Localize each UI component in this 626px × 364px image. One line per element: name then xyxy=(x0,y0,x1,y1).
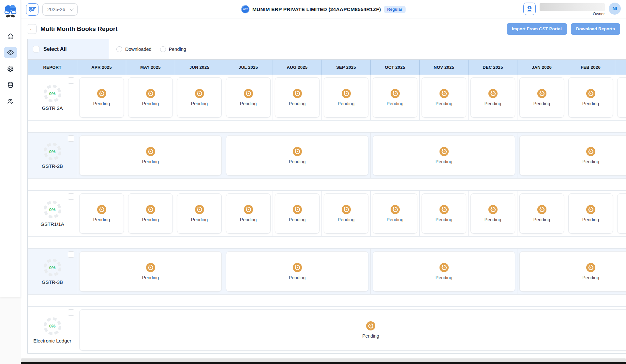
pending-clock-icon xyxy=(586,263,595,272)
status-card-gstr1-1a[interactable]: Pending xyxy=(519,193,564,234)
status-card-gstr-2a[interactable]: Pending xyxy=(128,77,173,118)
status-card-gstr1-1a[interactable]: Pending xyxy=(226,193,271,234)
pending-clock-icon xyxy=(146,147,155,156)
status-label: Pending xyxy=(338,217,354,222)
report-row-electronic-ledger: 0%Electronic Ledger Pending xyxy=(28,307,626,353)
row-checkbox-electronic-ledger[interactable] xyxy=(68,309,74,316)
status-radio-pending[interactable]: Pending xyxy=(160,46,186,52)
status-card-gstr-2a[interactable]: Pending xyxy=(226,77,271,118)
report-cell-electronic-ledger: 0%Electronic Ledger xyxy=(28,307,77,353)
pending-clock-icon xyxy=(244,89,253,98)
month-header: SEP 2025 xyxy=(322,60,371,75)
period-cell: Pending xyxy=(517,249,626,294)
status-label: Pending xyxy=(142,217,159,222)
pending-clock-icon xyxy=(488,205,498,214)
status-card-gstr-2a[interactable]: Pending xyxy=(470,77,515,118)
sidebar-item-home[interactable] xyxy=(4,31,17,42)
status-card-gstr-3b[interactable]: Pending xyxy=(373,251,515,292)
status-card-gstr1-1a[interactable]: Pending xyxy=(79,193,124,234)
month-header: FEB 2026 xyxy=(566,60,615,75)
report-name: GSTR 2A xyxy=(42,105,63,111)
status-card-gstr1-1a[interactable]: Pending xyxy=(568,193,613,234)
status-card-gstr1-1a[interactable]: Pending xyxy=(373,193,417,234)
status-label: Pending xyxy=(240,101,257,106)
status-card-gstr1-1a[interactable]: Pending xyxy=(617,193,626,234)
period-cell: Pending xyxy=(566,191,615,236)
pending-clock-icon xyxy=(146,205,155,214)
status-card-gstr-2b[interactable]: Pending xyxy=(79,135,222,176)
report-row-gstr-3b: 0%GSTR-3B Pending Pending Pending Pendin… xyxy=(28,249,626,294)
status-card-gstr1-1a[interactable]: Pending xyxy=(470,193,515,234)
download-reports-button[interactable]: Download Reports xyxy=(571,23,620,35)
pending-clock-icon xyxy=(342,205,351,214)
status-card-gstr-2a[interactable]: Pending xyxy=(324,77,368,118)
row-spacer xyxy=(28,178,626,191)
status-card-gstr-2a[interactable]: Pending xyxy=(519,77,564,118)
fiscal-year-select[interactable]: 2025-26 xyxy=(42,3,78,16)
status-radio-downloaded[interactable]: Downloaded xyxy=(116,46,152,52)
status-card-electronic-ledger[interactable]: Pending xyxy=(79,309,626,351)
row-checkbox-gstr1-1a[interactable] xyxy=(68,193,74,200)
status-card-gstr1-1a[interactable]: Pending xyxy=(128,193,173,234)
back-button[interactable]: ← xyxy=(27,24,37,34)
status-card-gstr-3b[interactable]: Pending xyxy=(519,251,626,292)
row-checkbox-gstr-2a[interactable] xyxy=(68,77,74,84)
status-card-gstr-2b[interactable]: Pending xyxy=(519,135,626,176)
sidebar-item-view-reports[interactable] xyxy=(4,47,17,58)
status-card-gstr-2a[interactable]: Pending xyxy=(422,77,466,118)
status-card-gstr1-1a[interactable]: Pending xyxy=(177,193,222,234)
status-card-gstr-2b[interactable]: Pending xyxy=(226,135,368,176)
period-cell: Pending xyxy=(126,75,175,120)
status-label: Pending xyxy=(533,101,550,106)
chat-edit-icon xyxy=(29,6,36,13)
progress-ring: 0% xyxy=(43,258,62,277)
sidebar-item-settings[interactable] xyxy=(4,63,17,74)
progress-ring: 0% xyxy=(43,142,62,161)
select-all-cell: Select All xyxy=(28,39,109,59)
feedback-button[interactable] xyxy=(26,3,38,16)
progress-percent: 0% xyxy=(43,317,62,336)
row-checkbox-gstr-2b[interactable] xyxy=(68,135,74,142)
pending-clock-icon xyxy=(440,89,449,98)
topbar: 2025-26 GST MUNIM ERP PRIVATE LIMITED (2… xyxy=(21,0,626,19)
sidebar-item-data[interactable] xyxy=(4,80,17,91)
main-content: Select All DownloadedPending REPORTAPR 2… xyxy=(21,39,626,364)
report-name: GSTR1/1A xyxy=(40,221,64,227)
users-icon xyxy=(7,98,14,105)
status-card-gstr-3b[interactable]: Pending xyxy=(79,251,222,292)
status-card-gstr1-1a[interactable]: Pending xyxy=(324,193,368,234)
select-all-checkbox[interactable] xyxy=(33,46,39,52)
status-card-gstr-2a[interactable]: Pending xyxy=(373,77,417,118)
status-card-gstr-2a[interactable]: Pending xyxy=(275,77,320,118)
month-header xyxy=(615,60,626,75)
import-from-gst-portal-button[interactable]: Import From GST Portal xyxy=(507,23,567,35)
month-header: DEC 2025 xyxy=(469,60,517,75)
month-header: JAN 2026 xyxy=(517,60,566,75)
period-cell: Pending xyxy=(420,75,469,120)
row-spacer xyxy=(28,236,626,249)
period-cell: Pending xyxy=(517,75,566,120)
support-button[interactable] xyxy=(523,3,536,15)
status-card-gstr1-1a[interactable]: Pending xyxy=(422,193,466,234)
avatar[interactable]: NI xyxy=(609,3,621,15)
status-card-gstr1-1a[interactable]: Pending xyxy=(275,193,320,234)
titlebar: ← Multi Month Books Report Import From G… xyxy=(21,19,626,39)
status-label: Pending xyxy=(387,217,403,222)
row-checkbox-gstr-3b[interactable] xyxy=(68,251,74,258)
horizontal-scrollbar-thumb[interactable] xyxy=(21,358,626,362)
status-card-gstr-3b[interactable]: Pending xyxy=(226,251,368,292)
status-card-gstr-2a[interactable]: Pending xyxy=(79,77,124,118)
status-card-gstr-2a[interactable]: Pending xyxy=(177,77,222,118)
pending-clock-icon xyxy=(342,89,351,98)
period-cell: Pending xyxy=(420,191,469,236)
period-cell: Pending xyxy=(615,75,626,120)
pending-clock-icon xyxy=(391,205,400,214)
status-card-gstr-2a[interactable]: Pending xyxy=(568,77,613,118)
window-bottom-edge xyxy=(21,362,626,364)
sidebar-item-users[interactable] xyxy=(4,96,17,107)
status-card-gstr-2b[interactable]: Pending xyxy=(373,135,515,176)
status-card-gstr-2a[interactable]: Pending xyxy=(617,77,626,118)
period-cell: Pending xyxy=(175,191,224,236)
pending-clock-icon xyxy=(586,89,595,98)
status-label: Pending xyxy=(436,159,452,164)
